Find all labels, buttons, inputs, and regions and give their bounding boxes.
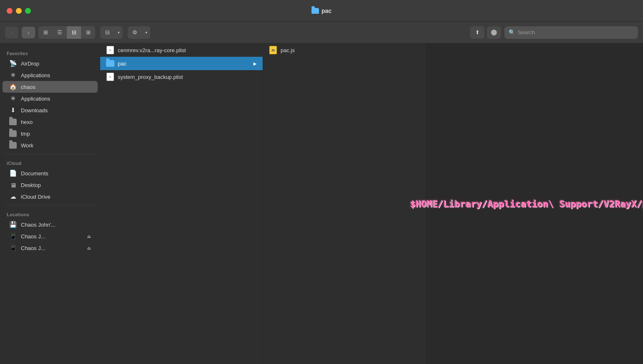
file-name: cenmrev.v2ra...ray-core.plist	[118, 47, 186, 53]
column-pane-2: JS pac.js	[263, 43, 426, 364]
airdrop-icon: 📡	[9, 60, 17, 67]
sidebar-item-chaos-john[interactable]: 💾 Chaos John'...	[3, 219, 98, 230]
search-icon: 🔍	[509, 29, 515, 35]
titlebar: pac	[0, 0, 643, 22]
view-more-button[interactable]: ⊟	[100, 26, 114, 39]
tag-button[interactable]	[487, 26, 501, 39]
icloud-icon: ☁	[9, 193, 17, 200]
back-button[interactable]: ‹	[5, 27, 18, 38]
maximize-button[interactable]	[25, 8, 31, 14]
phone2-icon: 📱	[9, 244, 17, 252]
sidebar-item-tmp[interactable]: tmp	[3, 128, 98, 139]
sidebar-item-chaos-j1[interactable]: 📱 Chaos J... ⏏	[3, 230, 98, 242]
view-icon-button[interactable]: ⊞	[38, 26, 53, 39]
sidebar-item-desktop[interactable]: 🖥 Desktop	[3, 179, 98, 191]
disk-icon: 💾	[9, 221, 17, 228]
folder-work-icon	[9, 142, 17, 149]
file-name: pac	[118, 61, 127, 67]
window-controls	[7, 8, 31, 14]
gear-button[interactable]: ⚙	[128, 26, 142, 39]
downloads-icon: ⬇	[9, 106, 17, 114]
search-bar[interactable]: 🔍	[504, 26, 638, 39]
share-button[interactable]: ⬆	[470, 26, 484, 39]
view-extra-buttons: ⊟ ▾	[100, 26, 123, 39]
applications-icon: ✳	[9, 71, 17, 79]
sidebar-label: Chaos John'...	[21, 222, 56, 228]
close-button[interactable]	[7, 8, 13, 14]
sidebar-item-chaos-j2[interactable]: 📱 Chaos J... ⏏	[3, 242, 98, 254]
file-item-system-proxy[interactable]: system_proxy_backup.plist	[100, 70, 263, 83]
sidebar-item-applications[interactable]: ✳ Applications	[3, 93, 98, 104]
plist2-icon	[106, 73, 114, 81]
sidebar-item-applications-top[interactable]: ✳ Applications	[3, 69, 98, 81]
tag-dot	[491, 30, 497, 35]
sidebar-label: hexo	[21, 119, 33, 125]
sidebar-label: Downloads	[21, 107, 48, 114]
documents-icon: 📄	[9, 169, 17, 177]
sidebar-label: tmp	[21, 131, 30, 137]
sidebar-label: Chaos J...	[21, 245, 83, 251]
sidebar-label: chaos	[21, 84, 35, 90]
sidebar-item-hexo[interactable]: hexo	[3, 116, 98, 128]
sidebar-item-chaos[interactable]: 🏠 chaos	[3, 81, 98, 93]
sidebar-label: Desktop	[21, 182, 41, 188]
right-pane: $HOME/Library/Application\ Support/V2Ray…	[426, 43, 643, 364]
sidebar: Favorites 📡 AirDrop ✳ Applications 🏠 cha…	[0, 43, 100, 364]
view-gallery-button[interactable]: ⊞	[81, 26, 95, 39]
home-icon: 🏠	[9, 83, 17, 91]
sidebar-label: Applications	[21, 72, 50, 78]
locations-header: Locations	[0, 208, 100, 219]
applications2-icon: ✳	[9, 95, 17, 102]
sidebar-label: AirDrop	[21, 61, 39, 67]
file-item-pac[interactable]: pac ▶	[100, 57, 263, 70]
toolbar: ‹ › ⊞ ☰ ⊟ ⊞ ⊟ ▾ ⚙ ▾ ⬆ 🔍	[0, 22, 643, 43]
view-dropdown-button[interactable]: ▾	[114, 26, 123, 39]
view-list-button[interactable]: ☰	[53, 26, 67, 39]
titlebar-title: pac	[311, 8, 332, 14]
path-label: $HOME/Library/Application\ Support/V2Ray…	[410, 199, 643, 209]
main-area: Favorites 📡 AirDrop ✳ Applications 🏠 cha…	[0, 43, 643, 364]
sidebar-item-work[interactable]: Work	[3, 139, 98, 151]
file-name: pac.js	[281, 47, 295, 53]
js-icon: JS	[269, 46, 277, 54]
view-buttons: ⊞ ☰ ⊟ ⊞	[38, 26, 95, 39]
eject-button[interactable]: ⏏	[87, 234, 91, 239]
desktop-icon: 🖥	[9, 181, 17, 189]
file-browser: cenmrev.v2ra...ray-core.plist pac ▶ syst…	[100, 43, 643, 364]
favorites-header: Favorites	[0, 47, 100, 58]
plist-icon	[106, 46, 114, 54]
window-title: pac	[322, 8, 332, 14]
eject2-button[interactable]: ⏏	[87, 245, 91, 251]
gear-dropdown-button[interactable]: ▾	[142, 26, 150, 39]
forward-button[interactable]: ›	[22, 27, 35, 38]
file-item-pac-js[interactable]: JS pac.js	[263, 43, 425, 57]
sidebar-label: Documents	[21, 170, 48, 177]
action-buttons: ⬆	[470, 26, 501, 39]
icloud-header: iCloud	[0, 157, 100, 167]
file-item-cenmrev[interactable]: cenmrev.v2ra...ray-core.plist	[100, 43, 263, 57]
folder-grey2-icon	[9, 130, 17, 137]
folder-blue-icon	[106, 59, 114, 68]
sidebar-label: iCloud Drive	[21, 194, 51, 200]
file-name: system_proxy_backup.plist	[118, 74, 183, 80]
view-column-button[interactable]: ⊟	[67, 26, 81, 39]
sidebar-item-icloud-drive[interactable]: ☁ iCloud Drive	[3, 191, 98, 202]
sidebar-item-documents[interactable]: 📄 Documents	[3, 167, 98, 179]
search-input[interactable]	[518, 29, 634, 35]
chevron-icon: ▶	[253, 61, 257, 66]
column-pane-1: cenmrev.v2ra...ray-core.plist pac ▶ syst…	[100, 43, 263, 364]
sidebar-item-airdrop[interactable]: 📡 AirDrop	[3, 58, 98, 69]
sidebar-label: Chaos J...	[21, 233, 83, 240]
phone-icon: 📱	[9, 233, 17, 240]
folder-grey-icon	[9, 118, 17, 126]
sidebar-label: Applications	[21, 96, 50, 102]
minimize-button[interactable]	[16, 8, 22, 14]
folder-icon-title	[311, 8, 319, 14]
sidebar-label: Work	[21, 142, 33, 149]
gear-button-group: ⚙ ▾	[128, 26, 150, 39]
sidebar-item-downloads[interactable]: ⬇ Downloads	[3, 104, 98, 116]
